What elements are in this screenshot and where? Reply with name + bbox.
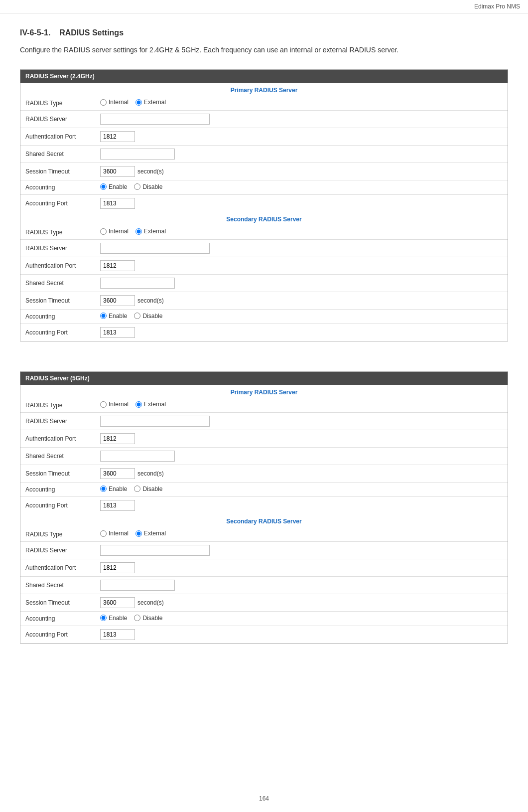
radio-label-external-0-0-0[interactable]: External — [135, 99, 166, 106]
field-label-1-0-0: RADIUS Type — [20, 398, 95, 412]
radio-label-enable-1-0-5[interactable]: Enable — [100, 486, 127, 492]
radio-input-enable-0-0-5[interactable] — [100, 183, 107, 190]
form-row-0-0-3: Shared Secret — [20, 145, 508, 162]
radio-label-disable-0-1-5[interactable]: Disable — [134, 313, 162, 320]
field-label-0-0-1: RADIUS Server — [20, 110, 95, 128]
field-value-1-1-5: EnableDisable — [95, 611, 508, 626]
text-input-radius-server-1-0-1[interactable] — [100, 416, 210, 427]
field-label-0-0-4: Session Timeout — [20, 162, 95, 180]
sub-section-header-0-1: Secondary RADIUS Server — [20, 212, 508, 225]
radio-input-external-0-0-0[interactable] — [135, 99, 142, 106]
page-number: 164 — [259, 795, 269, 802]
field-value-1-1-4: second(s) — [95, 594, 508, 611]
field-label-1-1-5: Accounting — [20, 611, 95, 626]
text-input-radius-server-0-1-1[interactable] — [100, 243, 210, 254]
text-input-shared-secret-0-0-3[interactable] — [100, 149, 175, 160]
text-input-session-timeout-0-0-4[interactable] — [100, 166, 135, 177]
field-label-1-0-5: Accounting — [20, 482, 95, 497]
radio-label-enable-0-0-5[interactable]: Enable — [100, 183, 127, 190]
text-input-session-timeout-1-1-4[interactable] — [100, 597, 135, 608]
radio-input-enable-1-1-5[interactable] — [100, 615, 107, 621]
radio-label-internal-1-0-0[interactable]: Internal — [100, 401, 129, 408]
form-row-0-1-0: RADIUS TypeInternalExternal — [20, 225, 508, 239]
radio-label-external-1-1-0[interactable]: External — [135, 530, 166, 537]
form-table-0-1: RADIUS TypeInternalExternalRADIUS Server… — [20, 225, 508, 341]
radio-input-disable-0-1-5[interactable] — [134, 313, 140, 319]
text-input-accounting-port-0-0-6[interactable] — [100, 198, 135, 209]
field-label-1-1-6: Accounting Port — [20, 626, 95, 644]
field-label-1-1-0: RADIUS Type — [20, 527, 95, 541]
field-label-0-1-2: Authentication Port — [20, 257, 95, 274]
form-row-1-1-4: Session Timeoutsecond(s) — [20, 594, 508, 611]
radio-option-text-0-0-0: Internal — [109, 99, 129, 106]
field-label-1-0-1: RADIUS Server — [20, 412, 95, 430]
radio-label-disable-1-1-5[interactable]: Disable — [134, 615, 162, 622]
app-title-bar: Edimax Pro NMS — [0, 0, 528, 13]
field-value-0-0-0: InternalExternal — [95, 96, 508, 110]
radio-input-internal-1-1-0[interactable] — [100, 530, 107, 537]
radio-input-enable-0-1-5[interactable] — [100, 313, 107, 319]
radio-label-enable-0-1-5[interactable]: Enable — [100, 313, 127, 320]
text-input-authentication-port-0-1-2[interactable] — [100, 260, 135, 271]
field-value-1-0-2 — [95, 430, 508, 447]
form-row-1-1-3: Shared Secret — [20, 576, 508, 594]
radius-panel-0: RADIUS Server (2.4GHz)Primary RADIUS Ser… — [20, 69, 508, 341]
unit-text-0-0-4: second(s) — [137, 168, 164, 175]
field-value-0-0-3 — [95, 145, 508, 162]
field-label-0-1-0: RADIUS Type — [20, 225, 95, 239]
radio-label-internal-0-1-0[interactable]: Internal — [100, 228, 129, 235]
field-value-0-1-3 — [95, 274, 508, 292]
text-input-session-timeout-1-0-4[interactable] — [100, 468, 135, 479]
field-label-0-1-1: RADIUS Server — [20, 239, 95, 257]
radio-input-internal-0-1-0[interactable] — [100, 228, 107, 235]
radio-label-internal-1-1-0[interactable]: Internal — [100, 530, 129, 537]
text-input-shared-secret-1-0-3[interactable] — [100, 451, 175, 462]
field-value-1-0-1 — [95, 412, 508, 430]
radio-input-disable-0-0-5[interactable] — [134, 183, 140, 190]
form-row-1-0-1: RADIUS Server — [20, 412, 508, 430]
text-input-radius-server-0-0-1[interactable] — [100, 114, 210, 125]
text-input-authentication-port-1-0-2[interactable] — [100, 433, 135, 444]
panel-header-0: RADIUS Server (2.4GHz) — [20, 70, 508, 83]
radio-input-external-0-1-0[interactable] — [135, 228, 142, 235]
text-input-radius-server-1-1-1[interactable] — [100, 545, 210, 556]
radio-input-disable-1-1-5[interactable] — [134, 615, 140, 621]
form-row-0-0-4: Session Timeoutsecond(s) — [20, 162, 508, 180]
form-row-0-1-5: AccountingEnableDisable — [20, 309, 508, 324]
text-input-accounting-port-0-1-6[interactable] — [100, 327, 135, 338]
radio-label-internal-0-0-0[interactable]: Internal — [100, 99, 129, 106]
radio-label-enable-1-1-5[interactable]: Enable — [100, 615, 127, 622]
radio-input-disable-1-0-5[interactable] — [134, 486, 140, 492]
radio-input-internal-1-0-0[interactable] — [100, 401, 107, 408]
text-input-accounting-port-1-1-6[interactable] — [100, 629, 135, 640]
field-label-0-1-3: Shared Secret — [20, 274, 95, 292]
radio-label-external-0-1-0[interactable]: External — [135, 228, 166, 235]
text-input-authentication-port-0-0-2[interactable] — [100, 131, 135, 142]
app-title: Edimax Pro NMS — [474, 3, 520, 10]
radio-input-external-1-1-0[interactable] — [135, 530, 142, 537]
field-value-0-0-4: second(s) — [95, 162, 508, 180]
radio-label-disable-0-0-5[interactable]: Disable — [134, 183, 162, 190]
field-value-0-1-4: second(s) — [95, 292, 508, 309]
text-input-session-timeout-0-1-4[interactable] — [100, 295, 135, 306]
form-row-1-1-2: Authentication Port — [20, 559, 508, 576]
field-label-1-1-3: Shared Secret — [20, 576, 95, 594]
text-input-shared-secret-1-1-3[interactable] — [100, 580, 175, 591]
radio-input-enable-1-0-5[interactable] — [100, 486, 107, 492]
text-input-accounting-port-1-0-6[interactable] — [100, 500, 135, 511]
form-row-1-1-0: RADIUS TypeInternalExternal — [20, 527, 508, 541]
field-value-0-1-0: InternalExternal — [95, 225, 508, 239]
form-row-0-1-2: Authentication Port — [20, 257, 508, 274]
field-label-1-0-3: Shared Secret — [20, 447, 95, 465]
field-value-0-0-2 — [95, 128, 508, 145]
radio-option-text-1-1-5: Enable — [109, 615, 127, 622]
text-input-authentication-port-1-1-2[interactable] — [100, 562, 135, 573]
text-input-shared-secret-0-1-3[interactable] — [100, 278, 175, 289]
radio-option-text-0-0-5: Enable — [109, 183, 127, 190]
field-label-1-1-2: Authentication Port — [20, 559, 95, 576]
field-label-0-0-2: Authentication Port — [20, 128, 95, 145]
radio-label-disable-1-0-5[interactable]: Disable — [134, 486, 162, 492]
radio-input-external-1-0-0[interactable] — [135, 401, 142, 408]
radio-input-internal-0-0-0[interactable] — [100, 99, 107, 106]
radio-label-external-1-0-0[interactable]: External — [135, 401, 166, 408]
